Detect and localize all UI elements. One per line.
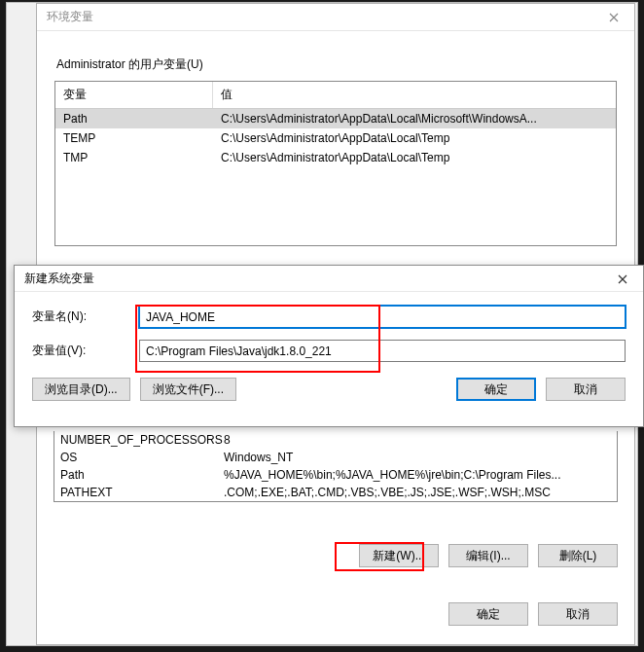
table-row[interactable]: Path%JAVA_HOME%\bin;%JAVA_HOME%\jre\bin;… [54,466,617,484]
cell-value: %JAVA_HOME%\bin;%JAVA_HOME%\jre\bin;C:\P… [224,468,611,482]
table-row[interactable]: TEMPC:\Users\Administrator\AppData\Local… [55,128,616,148]
system-new-button[interactable]: 新建(W)... [359,544,439,567]
table-row[interactable]: OSWindows_NT [54,449,617,466]
browse-file-button[interactable]: 浏览文件(F)... [140,378,236,401]
cell-value: C:\Users\Administrator\AppData\Local\Tem… [221,151,608,164]
var-name-input[interactable] [139,306,626,328]
user-th-value[interactable]: 值 [213,82,616,108]
main-bottom-button-row: 确定 取消 [54,602,618,626]
cell-variable: TEMP [63,131,221,145]
cell-variable: TMP [63,151,221,164]
var-name-label: 变量名(N): [32,308,139,325]
browse-directory-button[interactable]: 浏览目录(D)... [32,378,130,401]
close-icon [618,274,627,284]
main-cancel-button[interactable]: 取消 [538,602,618,626]
dialog-title: 新建系统变量 [24,271,94,287]
var-value-input[interactable] [139,340,626,362]
cell-variable: PATHEXT [60,486,224,499]
user-th-variable[interactable]: 变量 [55,82,213,108]
cell-value: C:\Users\Administrator\AppData\Local\Tem… [221,131,608,145]
table-row[interactable]: PathC:\Users\Administrator\AppData\Local… [55,109,616,128]
dialog-titlebar: 新建系统变量 [15,266,643,292]
dialog-close-button[interactable] [602,266,643,292]
table-row[interactable]: PATHEXT.COM;.EXE;.BAT;.CMD;.VBS;.VBE;.JS… [54,484,617,501]
main-titlebar: 环境变量 [37,4,634,31]
dialog-ok-button[interactable]: 确定 [456,378,536,401]
cell-variable: Path [63,112,221,126]
var-value-label: 变量值(V): [32,343,139,359]
cell-variable: NUMBER_OF_PROCESSORS [60,433,224,447]
cell-value: 8 [224,433,611,447]
cell-variable: Path [60,468,224,482]
system-vars-button-row: 新建(W)... 编辑(I)... 删除(L) [54,544,618,567]
user-variables-table[interactable]: 变量 值 PathC:\Users\Administrator\AppData\… [54,81,617,246]
system-delete-button[interactable]: 删除(L) [538,544,618,567]
cell-value: Windows_NT [224,451,611,464]
cell-value: .COM;.EXE;.BAT;.CMD;.VBS;.VBE;.JS;.JSE;.… [224,486,611,499]
close-icon [609,13,619,22]
table-row[interactable]: NUMBER_OF_PROCESSORS8 [54,431,617,449]
main-close-button[interactable] [593,4,634,31]
main-window-title: 环境变量 [47,9,93,25]
cell-variable: OS [60,451,224,464]
main-ok-button[interactable]: 确定 [448,602,528,626]
dialog-cancel-button[interactable]: 取消 [546,378,626,401]
cell-value: C:\Users\Administrator\AppData\Local\Mic… [221,112,608,126]
table-row[interactable]: TMPC:\Users\Administrator\AppData\Local\… [55,148,616,167]
user-table-header: 变量 值 [55,82,616,109]
new-system-variable-dialog: 新建系统变量 变量名(N): 变量值(V): 浏览目录(D)... 浏览文件(F… [14,265,644,427]
system-edit-button[interactable]: 编辑(I)... [448,544,528,567]
user-vars-label: Administrator 的用户变量(U) [56,56,617,73]
system-variables-table-partial[interactable]: NUMBER_OF_PROCESSORS8OSWindows_NTPath%JA… [54,431,618,502]
